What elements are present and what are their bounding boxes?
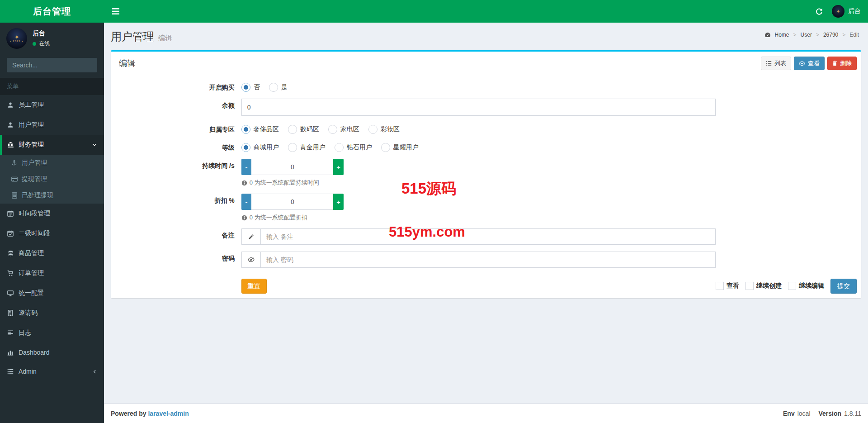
page-title: 用户管理 编辑 (111, 29, 861, 44)
radio-zone-appliance[interactable]: 家电区 (328, 125, 359, 134)
card-header: 编辑 列表 查看 删除 (111, 52, 861, 75)
dashboard-gauge-icon (764, 32, 771, 38)
sidebar-user-status[interactable]: 在线 (33, 40, 50, 48)
submenu-item-withdrawal-management[interactable]: 提现管理 (0, 171, 104, 187)
sidebar-toggle-button[interactable] (104, 0, 127, 23)
laravel-admin-link[interactable]: laravel-admin (148, 410, 189, 417)
duration-stepper: - + (241, 159, 344, 175)
submenu-item-user-management[interactable]: 用户管理 (0, 155, 104, 171)
sidebar-item-invite-code[interactable]: 邀请码 (0, 303, 104, 323)
form-row-zone: 归属专区 奢侈品区 数码区 家电区 (115, 123, 857, 134)
card-title: 编辑 (115, 56, 139, 71)
reset-button[interactable]: 重置 (241, 279, 267, 294)
main-footer: Powered by laravel-admin Env local Versi… (104, 404, 868, 423)
duration-input[interactable] (251, 159, 333, 175)
search-input[interactable] (7, 58, 97, 72)
env-label: Env (783, 410, 795, 417)
form-row-purchase: 开启购买 否 是 (115, 81, 857, 92)
edit-card: 编辑 列表 查看 删除 开启购买 (111, 50, 861, 298)
balance-input[interactable] (241, 99, 716, 116)
radio-circle (328, 125, 337, 134)
radio-level-diamond[interactable]: 钻石用户 (335, 143, 372, 152)
radio-purchase-no[interactable]: 否 (241, 83, 260, 92)
sidebar-item-logs[interactable]: 日志 (0, 323, 104, 343)
env-value: local (797, 410, 811, 417)
topbar-user-menu[interactable]: ✦ 后台 (829, 0, 868, 23)
list-icon (766, 61, 772, 66)
breadcrumb-home[interactable]: Home (775, 32, 789, 38)
version-value: 1.8.11 (844, 410, 861, 417)
breadcrumb-current: Edit (849, 32, 859, 38)
avatar: ✦ • 2022 • (6, 28, 27, 49)
form-row-duration: 持续时间 /s - + 0 为统一系统配置持续时间 (115, 159, 857, 187)
refresh-button[interactable] (809, 0, 829, 23)
sidebar-item-order-management[interactable]: 订单管理 (0, 263, 104, 283)
sidebar-user-name: 后台 (33, 29, 50, 38)
view-checkbox[interactable]: 查看 (716, 282, 739, 290)
staff-icon (7, 102, 14, 108)
form-row-discount: 折扣 % - + 0 为统一系统配置折扣 (115, 194, 857, 222)
sidebar-item-finance-management[interactable]: 财务管理 (0, 135, 104, 155)
radio-purchase-yes[interactable]: 是 (269, 83, 288, 92)
password-input[interactable] (260, 252, 716, 268)
breadcrumb: Home > User > 26790 > Edit (764, 32, 859, 38)
sidebar-user-panel: ✦ • 2022 • 后台 在线 (0, 23, 104, 54)
powered-by: Powered by laravel-admin (111, 410, 189, 417)
submit-button[interactable]: 提交 (830, 279, 857, 294)
app-logo[interactable]: 后台管理 (0, 0, 104, 23)
main-header: 后台管理 ✦ 后台 (0, 0, 868, 23)
checkbox-box (716, 282, 724, 290)
checkbox-box (745, 282, 754, 290)
discount-input[interactable] (251, 194, 333, 210)
radio-circle (269, 83, 278, 92)
sidebar-menu: 员工管理 用户管理 财务管理 用户管理 提现管理 已处理提现 (0, 95, 104, 381)
delete-button[interactable]: 删除 (827, 57, 857, 70)
top-navbar: ✦ 后台 (104, 0, 868, 23)
desktop-icon (7, 290, 14, 296)
duration-plus-button[interactable]: + (333, 159, 344, 175)
building-icon (8, 310, 13, 316)
sidebar-item-staff-management[interactable]: 员工管理 (0, 95, 104, 115)
topbar-user-name: 后台 (848, 7, 861, 15)
form-row-remark: 备注 (115, 228, 857, 245)
radio-circle (381, 143, 390, 152)
radio-zone-digital[interactable]: 数码区 (288, 125, 319, 134)
finance-submenu: 用户管理 提现管理 已处理提现 (0, 155, 104, 204)
edit-form: 开启购买 否 是 余额 归 (111, 75, 861, 274)
breadcrumb-user[interactable]: User (801, 32, 812, 38)
discount-minus-button[interactable]: - (241, 194, 252, 210)
topbar-avatar: ✦ (832, 5, 844, 18)
remark-input[interactable] (260, 228, 716, 245)
breadcrumb-id[interactable]: 26790 (823, 32, 838, 38)
radio-zone-beauty[interactable]: 彩妆区 (368, 125, 400, 134)
sidebar-item-user-management[interactable]: 用户管理 (0, 115, 104, 135)
avatar-year: • 2022 • (10, 40, 24, 43)
sidebar-item-secondary-timeslot[interactable]: 二级时间段 (0, 223, 104, 243)
radio-level-mall[interactable]: 商城用户 (241, 143, 279, 152)
refresh-icon (816, 8, 823, 15)
list-button[interactable]: 列表 (761, 57, 791, 70)
view-button[interactable]: 查看 (794, 57, 825, 70)
duration-minus-button[interactable]: - (241, 159, 252, 175)
database-icon (8, 250, 14, 257)
credit-card-icon (11, 176, 18, 182)
continue-editing-checkbox[interactable]: 继续编辑 (788, 282, 824, 290)
bank-icon (7, 142, 14, 148)
radio-level-star[interactable]: 星耀用户 (381, 143, 419, 152)
content-header: 用户管理 编辑 Home > User > 26790 > Edit (104, 23, 868, 44)
form-row-password: 密码 (115, 252, 857, 268)
radio-level-gold[interactable]: 黄金用户 (288, 143, 326, 152)
sidebar-item-dashboard[interactable]: Dashboard (0, 343, 104, 362)
submenu-item-processed-withdrawals[interactable]: 已处理提现 (0, 187, 104, 204)
sidebar-item-admin[interactable]: Admin (0, 362, 104, 381)
continue-creating-checkbox[interactable]: 继续创建 (745, 282, 782, 290)
footer-meta: Env local Version 1.8.11 (778, 410, 861, 417)
version-label: Version (819, 410, 842, 417)
sidebar-item-unified-config[interactable]: 统一配置 (0, 283, 104, 303)
radio-zone-luxury[interactable]: 奢侈品区 (241, 125, 279, 134)
sidebar: ✦ • 2022 • 后台 在线 菜单 员工管理 用户管理 财务管理 (0, 23, 104, 423)
grid-icon (12, 192, 17, 199)
sidebar-item-product-management[interactable]: 商品管理 (0, 243, 104, 263)
discount-plus-button[interactable]: + (333, 194, 344, 210)
sidebar-item-timeslot-management[interactable]: 时间段管理 (0, 204, 104, 223)
